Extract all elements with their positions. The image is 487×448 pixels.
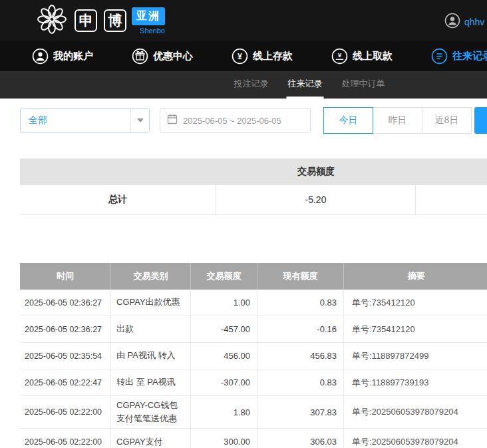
cell-time: 2025-06-05 02:22:47	[20, 369, 111, 395]
yesterday-button[interactable]: 昨日	[373, 107, 422, 134]
subtab-label: 处理中订单	[342, 78, 385, 90]
main-navigation: 我的账户 优惠中心 ¥ 线上存款 ¥ 线上取款 往来记录	[0, 41, 487, 71]
calendar-icon	[167, 114, 178, 127]
cell-type: 出款	[111, 316, 191, 342]
table-row: 2025-06-05 02:22:47转出 至 PA视讯-307.000.83单…	[20, 369, 487, 396]
svg-text:¥: ¥	[338, 51, 342, 59]
nav-item-withdraw[interactable]: ¥ 线上取款	[331, 48, 393, 65]
deposit-icon: ¥	[232, 48, 248, 65]
tab-betting-records[interactable]: 投注记录	[233, 71, 270, 99]
records-table: 时间 交易类别 交易额度 现有额度 摘要 2025-06-05 02:36:27…	[20, 263, 487, 448]
account-icon	[32, 48, 49, 65]
records-icon	[431, 48, 448, 65]
summary-total-row: 总计 -5.20	[20, 185, 487, 215]
gift-icon	[132, 48, 148, 65]
summary-header-amount: 交易额度	[216, 166, 416, 178]
cell-type: CGPAY出款优惠	[111, 290, 191, 316]
subtab-label: 投注记录	[234, 78, 269, 90]
table-row: 2025-06-05 02:36:27CGPAY出款优惠1.000.83单号:7…	[20, 290, 487, 316]
nav-item-label: 线上存款	[253, 50, 293, 63]
cell-balance: 306.03	[257, 429, 344, 448]
cell-balance: 307.83	[257, 396, 344, 428]
cell-type: CGPAY-CG钱包支付笔笔送优惠	[111, 396, 191, 428]
cell-summary: 单号:118897872499	[344, 343, 487, 369]
cell-summary: 单号:202506053978079204	[344, 396, 487, 428]
cell-balance: 456.83	[257, 343, 344, 369]
nav-item-transaction-records[interactable]: 往来记录	[431, 48, 487, 65]
brand-logo[interactable]: 申 博 亚洲 Shenbo	[36, 3, 165, 38]
top-bar: 申 博 亚洲 Shenbo qhhv	[0, 0, 487, 41]
cell-balance: 0.83	[257, 290, 344, 316]
last-8-days-button[interactable]: 近8日	[422, 107, 472, 134]
column-header-summary: 摘要	[344, 263, 487, 290]
column-header-balance: 现有额度	[257, 263, 344, 290]
user-menu[interactable]: qhhv	[444, 13, 487, 31]
brand-char-shen: 申	[75, 9, 97, 32]
nav-item-deposit[interactable]: ¥ 线上存款	[232, 48, 293, 65]
nav-item-label: 往来记录	[452, 50, 487, 63]
tab-processing-orders[interactable]: 处理中订单	[341, 71, 387, 99]
brand-subtitle: Shenbo	[140, 27, 165, 35]
cell-summary: 单号:118897739193	[344, 369, 487, 395]
cell-type: 转出 至 PA视讯	[111, 369, 191, 395]
cell-summary: 单号:735412120	[344, 316, 487, 342]
sub-navigation: 投注记录 往来记录 处理中订单	[0, 71, 487, 99]
cell-type: 由 PA视讯 转入	[111, 343, 191, 369]
cell-summary: 单号:735412120	[344, 290, 487, 316]
brand-region-block: 亚洲 Shenbo	[132, 7, 165, 35]
type-select-dropdown[interactable]: 全部	[20, 108, 150, 133]
quick-date-button-group: 今日 昨日 近8日	[323, 107, 472, 134]
brand-char-bo: 博	[104, 9, 126, 32]
tab-transaction-records[interactable]: 往来记录	[287, 71, 324, 99]
brand-region-label: 亚洲	[132, 7, 165, 25]
lotus-flower-icon	[36, 3, 68, 38]
page-content: 全部 2025-06-05 ~ 2025-06-05 今日 昨日 近8日 交易额…	[20, 107, 487, 448]
table-row: 2025-06-05 02:35:54由 PA视讯 转入456.00456.83…	[20, 343, 487, 369]
subtab-label: 往来记录	[288, 78, 323, 90]
chevron-down-icon	[130, 109, 149, 132]
cell-time: 2025-06-05 02:22:00	[20, 429, 111, 448]
search-button[interactable]	[474, 107, 487, 134]
summary-total-label: 总计	[20, 185, 216, 214]
records-table-body: 2025-06-05 02:36:27CGPAY出款优惠1.000.83单号:7…	[20, 290, 487, 448]
cell-time: 2025-06-05 02:35:54	[20, 343, 111, 369]
summary-total-value: -5.20	[216, 185, 416, 214]
cell-type: CGPAY支付	[111, 429, 191, 448]
cell-summary: 单号:202506053978079204	[344, 429, 487, 448]
column-header-type: 交易类别	[111, 263, 191, 290]
type-select-value: 全部	[21, 114, 130, 126]
nav-item-my-account[interactable]: 我的账户	[32, 48, 93, 65]
summary-table: 交易额度 总计 -5.20	[20, 158, 487, 215]
user-circle-icon	[444, 13, 460, 31]
today-button[interactable]: 今日	[323, 107, 373, 134]
cell-time: 2025-06-05 02:36:27	[20, 290, 111, 316]
cell-balance: -0.16	[257, 316, 344, 342]
records-header-row: 时间 交易类别 交易额度 现有额度 摘要	[20, 263, 487, 290]
cell-time: 2025-06-05 02:22:00	[20, 396, 111, 428]
cell-balance: 0.83	[257, 369, 344, 395]
summary-header-row: 交易额度	[20, 158, 487, 185]
withdraw-icon: ¥	[331, 48, 348, 65]
cell-amount: 1.80	[191, 396, 257, 428]
table-row: 2025-06-05 02:36:27出款-457.00-0.16单号:7354…	[20, 316, 487, 343]
table-row: 2025-06-05 02:22:00CGPAY支付300.00306.03单号…	[20, 429, 487, 448]
table-row: 2025-06-05 02:22:00CGPAY-CG钱包支付笔笔送优惠1.80…	[20, 396, 487, 429]
nav-item-promotions[interactable]: 优惠中心	[132, 48, 193, 65]
username-text: qhhv	[464, 17, 484, 27]
cell-amount: 300.00	[191, 429, 257, 448]
filter-bar: 全部 2025-06-05 ~ 2025-06-05 今日 昨日 近8日	[20, 107, 487, 134]
date-range-picker[interactable]: 2025-06-05 ~ 2025-06-05	[160, 108, 311, 133]
nav-item-label: 线上取款	[353, 50, 393, 63]
cell-time: 2025-06-05 02:36:27	[20, 316, 111, 342]
column-header-amount: 交易额度	[191, 263, 257, 290]
date-range-value: 2025-06-05 ~ 2025-06-05	[183, 116, 281, 126]
cell-amount: 1.00	[191, 290, 257, 316]
cell-amount: -457.00	[191, 316, 257, 342]
svg-text:¥: ¥	[238, 52, 242, 61]
summary-empty-cell	[416, 185, 487, 214]
column-header-time: 时间	[20, 263, 111, 290]
nav-item-label: 优惠中心	[153, 50, 193, 63]
cell-amount: -307.00	[191, 369, 257, 395]
nav-item-label: 我的账户	[53, 50, 93, 63]
cell-amount: 456.00	[191, 343, 257, 369]
